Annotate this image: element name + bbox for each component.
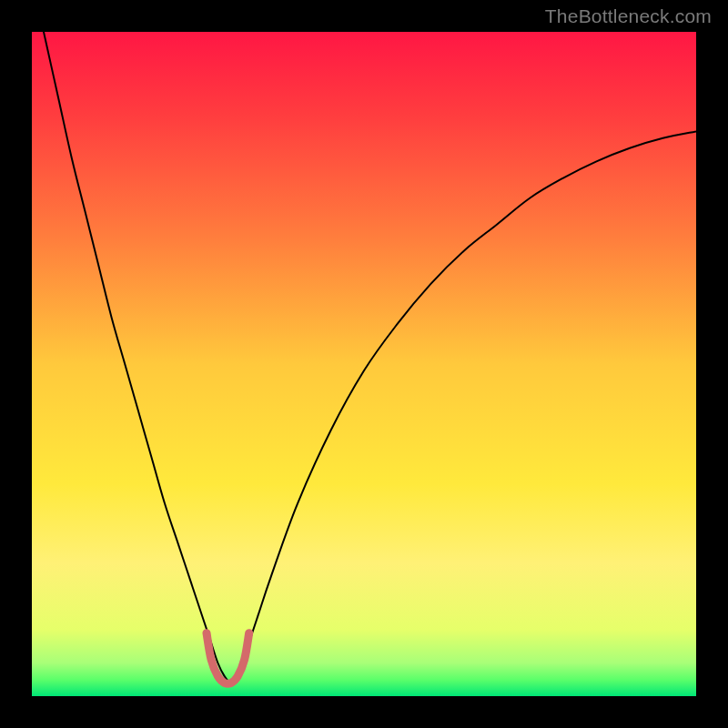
watermark-text: TheBottleneck.com xyxy=(545,5,712,27)
chart-plot-area xyxy=(32,32,696,696)
chart-background xyxy=(32,32,696,696)
chart-svg xyxy=(32,32,696,696)
